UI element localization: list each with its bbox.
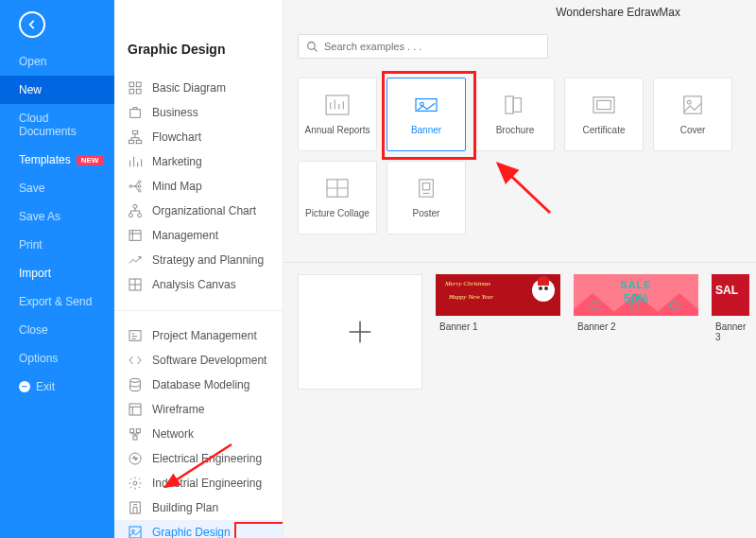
nav-exit[interactable]: −Exit — [0, 373, 114, 401]
industrial-icon — [128, 476, 143, 491]
nav-options[interactable]: Options — [0, 344, 114, 373]
flowchart-icon — [128, 130, 143, 145]
santa-icon — [532, 279, 555, 302]
basic-diagram-icon — [128, 80, 143, 95]
back-button[interactable] — [19, 11, 45, 38]
cat-software-dev[interactable]: Software Development — [114, 348, 283, 373]
new-badge: NEW — [77, 155, 104, 165]
svg-rect-19 — [129, 404, 141, 415]
svg-point-10 — [138, 185, 141, 188]
search-icon — [306, 41, 318, 53]
cat-business[interactable]: Business — [114, 100, 283, 125]
svg-point-29 — [308, 42, 316, 49]
cat-project-mgmt[interactable]: Project Management — [114, 310, 283, 348]
search-input[interactable] — [324, 41, 540, 52]
wireframe-icon — [128, 402, 143, 417]
svg-rect-6 — [129, 140, 133, 143]
template-label: Banner 1 — [436, 316, 560, 334]
template-banner-3[interactable]: SAL Banner 3 — [712, 274, 749, 390]
svg-point-11 — [138, 189, 141, 192]
analysis-icon — [128, 277, 143, 292]
category-title: Graphic Design — [114, 0, 283, 70]
template-thumb-1: Merry Christmas Happy New Year — [436, 274, 560, 316]
template-gallery: Merry Christmas Happy New Year Banner 1 … — [298, 274, 756, 390]
graphic-design-icon — [128, 525, 143, 538]
svg-point-12 — [133, 204, 137, 208]
tile-certificate[interactable]: Certificate — [564, 78, 644, 151]
svg-rect-34 — [513, 97, 521, 112]
nav-templates[interactable]: TemplatesNEW — [0, 146, 114, 174]
cat-building-plan[interactable]: Building Plan — [114, 495, 283, 520]
template-banner-2[interactable]: SALE 50% Banner 2 — [574, 274, 698, 390]
sidebar: Open New Cloud Documents TemplatesNEW Sa… — [0, 0, 114, 538]
tile-cover[interactable]: Cover — [653, 78, 732, 151]
nav-print[interactable]: Print — [0, 231, 114, 259]
strategy-icon — [128, 252, 143, 268]
banner-icon — [414, 95, 438, 115]
plus-icon — [346, 318, 374, 346]
tile-banner[interactable]: Banner — [387, 78, 466, 151]
template-thumb-3: SAL — [712, 274, 749, 316]
svg-rect-41 — [422, 182, 429, 189]
svg-rect-15 — [129, 231, 141, 241]
cat-marketing[interactable]: Marketing — [114, 149, 283, 174]
network-icon — [128, 426, 143, 442]
nav-export-send[interactable]: Export & Send — [0, 287, 114, 316]
template-label: Banner 3 — [712, 316, 749, 344]
brand-title: Wondershare EdrawMax — [556, 6, 680, 19]
tile-picture-collage[interactable]: Picture Collage — [298, 161, 377, 234]
svg-rect-22 — [133, 436, 137, 440]
svg-rect-40 — [420, 179, 434, 196]
database-icon — [128, 377, 143, 392]
nav-save-as[interactable]: Save As — [0, 202, 114, 231]
new-blank-template[interactable] — [298, 274, 422, 390]
cat-graphic-design[interactable]: Graphic Design — [114, 520, 283, 538]
brochure-icon — [503, 95, 527, 115]
cat-wireframe[interactable]: Wireframe — [114, 397, 283, 422]
svg-rect-3 — [136, 89, 141, 94]
exit-icon: − — [19, 381, 30, 392]
svg-point-32 — [421, 102, 424, 106]
svg-rect-37 — [684, 95, 701, 113]
software-dev-icon — [128, 353, 143, 368]
project-mgmt-icon — [128, 328, 143, 343]
search-box[interactable] — [298, 34, 548, 59]
cat-mind-map[interactable]: Mind Map — [114, 174, 283, 199]
cat-strategy[interactable]: Strategy and Planning — [114, 248, 283, 272]
svg-rect-20 — [130, 429, 134, 433]
nav-new[interactable]: New — [0, 76, 114, 104]
cat-management[interactable]: Management — [114, 223, 283, 248]
tile-poster[interactable]: Poster — [387, 161, 466, 234]
nav-open[interactable]: Open — [0, 47, 114, 76]
svg-point-38 — [688, 100, 692, 104]
annual-reports-icon — [325, 95, 350, 115]
svg-point-8 — [129, 185, 132, 188]
arrow-left-icon — [26, 18, 39, 31]
template-thumb-2: SALE 50% — [574, 274, 698, 316]
template-banner-1[interactable]: Merry Christmas Happy New Year Banner 1 — [436, 274, 560, 390]
nav-import[interactable]: Import — [0, 259, 114, 287]
svg-rect-36 — [597, 100, 611, 109]
annotation-arrow-category — [151, 440, 236, 496]
svg-rect-1 — [136, 82, 141, 87]
mind-map-icon — [128, 179, 143, 194]
svg-point-13 — [129, 214, 132, 217]
cat-org-chart[interactable]: Organizational Chart — [114, 199, 283, 223]
tile-brochure[interactable]: Brochure — [475, 78, 555, 151]
cat-basic-diagram[interactable]: Basic Diagram — [114, 76, 283, 100]
svg-rect-7 — [136, 140, 141, 143]
main-area: Wondershare EdrawMax Annual Reports Bann… — [284, 0, 756, 538]
svg-rect-2 — [129, 89, 134, 94]
nav-save[interactable]: Save — [0, 174, 114, 202]
cat-flowchart[interactable]: Flowchart — [114, 125, 283, 149]
svg-rect-0 — [129, 82, 134, 87]
cat-analysis-canvas[interactable]: Analysis Canvas — [114, 272, 283, 297]
nav-close[interactable]: Close — [0, 316, 114, 344]
cat-database[interactable]: Database Modeling — [114, 373, 283, 397]
nav-cloud-documents[interactable]: Cloud Documents — [0, 104, 114, 146]
svg-point-18 — [130, 378, 141, 382]
management-icon — [128, 228, 143, 243]
tile-annual-reports[interactable]: Annual Reports — [298, 78, 377, 151]
divider — [284, 262, 756, 263]
building-plan-icon — [128, 500, 143, 515]
